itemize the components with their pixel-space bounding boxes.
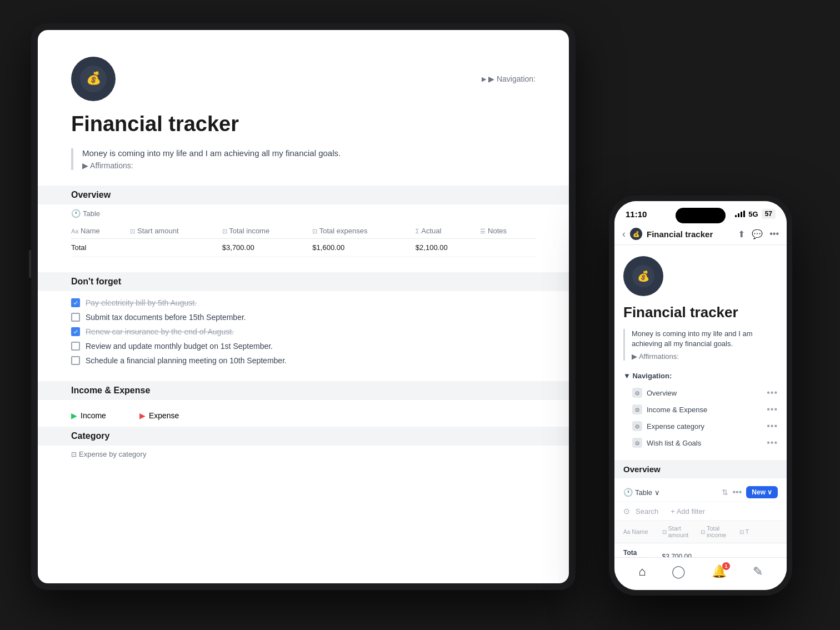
checklist-item[interactable]: Review and update monthly budget on 1st … — [71, 339, 536, 353]
expense-by-category-label[interactable]: ⊡ Expense by category — [71, 450, 536, 458]
phone-col-total-income: ⊡ Total income — [701, 525, 739, 538]
phone-title: Financial tracker — [623, 304, 778, 321]
phone-table-header: Aa Name ⊡ Start amount ⊡ Total income — [614, 521, 787, 543]
share-icon[interactable]: ⬆ — [738, 229, 745, 239]
status-time: 11:10 — [626, 209, 647, 219]
nav-toggle[interactable]: ▼ Navigation: — [623, 372, 778, 380]
comment-icon[interactable]: 💬 — [752, 229, 763, 239]
row-name: Total — [71, 239, 130, 257]
search-button[interactable]: ◯ — [672, 564, 686, 579]
phone-bottom-bar: ⌂ ◯ 🔔 1 ✎ — [614, 557, 787, 590]
phone-quote: Money is coming into my life and I am ac… — [632, 329, 778, 349]
page-title: Financial tracker — [71, 112, 536, 136]
phone-overview-header: Overview — [614, 460, 787, 478]
table-row: Total $3,700.00 $1,600.00 $2,100.00 — [71, 239, 536, 257]
phone-nav-item-income-expense[interactable]: ⊙ Income & Expense ••• — [623, 401, 778, 418]
checklist: Pay electricity bill by 5th August. Subm… — [71, 296, 536, 368]
phone-logo: 💰 — [623, 256, 663, 296]
phone-scrollable-content: 💰 Financial tracker Money is coming into… — [614, 245, 787, 557]
notification-button[interactable]: 🔔 1 — [712, 564, 727, 579]
table-view-button[interactable]: 🕐 Table ∨ — [623, 488, 660, 497]
col-actual: Σ Actual — [416, 223, 481, 239]
nav-item-label: Income & Expense — [647, 406, 707, 414]
quote-text: Money is coming into my life and I am ac… — [82, 148, 536, 158]
income-toggle[interactable]: ▶ Income — [71, 411, 106, 420]
phone-screen: 11:10 5G 57 ‹ — [614, 201, 787, 590]
phone-affirmations-toggle[interactable]: ▶ Affirmations: — [632, 352, 778, 361]
phone-nav-item-expense-category[interactable]: ⊙ Expense category ••• — [623, 418, 778, 434]
category-section-header: Category — [38, 427, 569, 446]
nav-item-icon: ⊙ — [632, 438, 642, 448]
nav-item-dots[interactable]: ••• — [767, 421, 778, 431]
tablet-screen: ▶ ▶ Navigation: 💰 Financial tracker Mone… — [38, 30, 569, 583]
col-start-amount: ⊡ Start amount — [130, 223, 222, 239]
affirmations-toggle[interactable]: ▶ Affirmations: — [82, 161, 536, 170]
sort-icon[interactable]: ⇅ — [722, 488, 728, 497]
status-right: 5G 57 — [735, 209, 776, 219]
phone-row-start-amount: $3,700.00 — [662, 553, 701, 557]
new-button[interactable]: New ∨ — [746, 486, 778, 498]
phone-table-row: Tota OPEN $3,700.00 — [614, 543, 787, 557]
phone-search-bar: ⊙ Search + Add filter — [614, 502, 787, 521]
nav-left: ‹ 💰 Financial tracker — [622, 228, 713, 240]
phone-page-icon: 💰 — [630, 228, 642, 240]
nav-item-dots[interactable]: ••• — [767, 388, 778, 398]
battery-badge: 57 — [762, 209, 776, 219]
checkbox[interactable] — [71, 342, 80, 351]
phone-col-start-amount: ⊡ Start amount — [662, 525, 701, 538]
phone-col-t: ⊡ T — [739, 525, 778, 538]
search-input[interactable]: Search — [636, 507, 658, 516]
overview-section-header: Overview — [38, 186, 569, 204]
phone-nav-item-wishlist[interactable]: ⊙ Wish list & Goals ••• — [623, 434, 778, 451]
income-expense-section-header: Income & Expense — [38, 381, 569, 400]
table-view-label[interactable]: 🕐 Table — [71, 209, 536, 218]
add-filter-button[interactable]: + Add filter — [671, 507, 705, 516]
nav-item-icon: ⊙ — [632, 388, 642, 398]
row-total-expenses: $1,600.00 — [312, 239, 416, 257]
checkbox[interactable] — [71, 313, 80, 322]
phone-page-title: Financial tracker — [647, 229, 713, 239]
checklist-item[interactable]: Pay electricity bill by 5th August. — [71, 296, 536, 310]
phone-nav-section: ▼ Navigation: ⊙ Overview ••• ⊙ — [623, 372, 778, 451]
checkbox[interactable] — [71, 298, 80, 307]
checklist-item[interactable]: Renew car insurance by the end of August… — [71, 324, 536, 339]
tablet-device: ▶ ▶ Navigation: 💰 Financial tracker Mone… — [31, 23, 576, 590]
phone-quote-block: Money is coming into my life and I am ac… — [623, 329, 778, 361]
phone-device: 11:10 5G 57 ‹ — [609, 196, 792, 596]
phone-nav-item-overview[interactable]: ⊙ Overview ••• — [623, 384, 778, 401]
phone-nav-bar: ‹ 💰 Financial tracker ⬆ 💬 ••• — [614, 223, 787, 245]
tablet-logo: 💰 — [71, 57, 116, 101]
navigation-hint: ▶ ▶ Navigation: — [482, 74, 536, 83]
svg-text:💰: 💰 — [86, 71, 102, 86]
phone-col-name: Aa Name — [623, 525, 662, 538]
edit-button[interactable]: ✎ — [753, 564, 763, 579]
notification-count: 1 — [722, 562, 730, 570]
nav-item-dots[interactable]: ••• — [767, 404, 778, 414]
checkbox[interactable] — [71, 327, 80, 336]
col-total-income: ⊡ Total income — [222, 223, 313, 239]
nav-item-icon: ⊙ — [632, 421, 642, 431]
network-label: 5G — [748, 210, 758, 218]
more-options-button[interactable]: ••• — [733, 487, 742, 497]
search-icon: ⊙ — [623, 507, 630, 516]
more-icon[interactable]: ••• — [769, 229, 779, 239]
row-notes — [480, 239, 536, 257]
nav-item-label: Wish list & Goals — [647, 439, 701, 447]
checkbox[interactable] — [71, 356, 80, 365]
phone-table-toolbar: 🕐 Table ∨ ⇅ ••• New ∨ — [614, 483, 787, 502]
checklist-item[interactable]: Schedule a financial planning meeting on… — [71, 353, 536, 368]
phone-row-name: Tota OPEN — [623, 549, 662, 557]
quote-block: Money is coming into my life and I am ac… — [71, 148, 536, 170]
back-button[interactable]: ‹ — [622, 228, 626, 240]
income-expense-row: ▶ Income ▶ Expense — [71, 404, 536, 427]
col-name: Aa Name — [71, 223, 130, 239]
expense-toggle[interactable]: ▶ Expense — [139, 411, 179, 420]
checklist-item[interactable]: Submit tax documents before 15th Septemb… — [71, 310, 536, 324]
row-start-amount — [130, 239, 222, 257]
nav-item-dots[interactable]: ••• — [767, 438, 778, 448]
nav-item-label: Overview — [647, 389, 677, 397]
signal-icon — [735, 211, 745, 217]
overview-table: Aa Name ⊡ Start amount ⊡ Total income ⊡ … — [71, 223, 536, 257]
dont-forget-section-header: Don't forget — [38, 272, 569, 291]
home-button[interactable]: ⌂ — [638, 564, 646, 579]
